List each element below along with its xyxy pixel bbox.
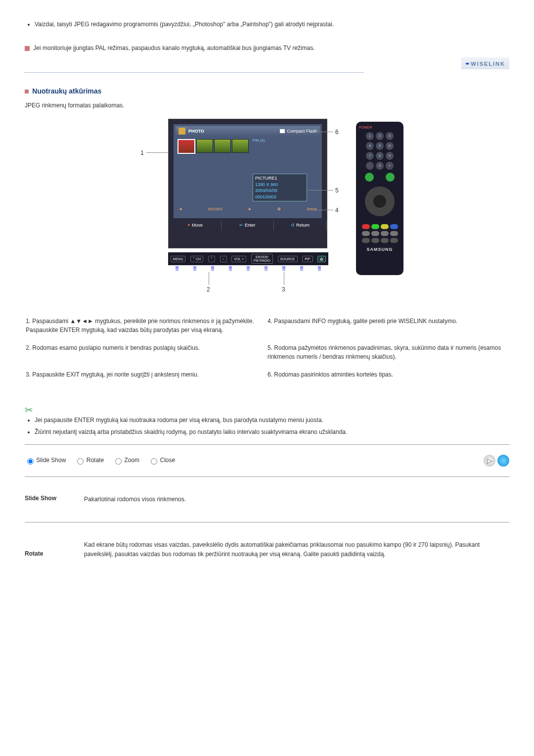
callout-6: 6 [335,129,339,136]
callout-line [317,210,333,210]
thumbnail [214,139,231,153]
instruction-cell: 3. Paspauskite EXIT mygtuką, jei norite … [26,366,267,383]
card-label: Compact Flash [287,129,317,134]
page-counter: 001/003 [208,207,222,211]
tv-frame: PHOTO Compact Flash File (s) PICTURE1 12… [168,119,327,248]
power-button: ⏻ [317,256,326,262]
radio-input[interactable] [115,458,122,465]
list-item: Vaizdai, taisyti JPEG redagavimo program… [35,20,509,29]
remote-grey-row [359,231,400,236]
tv-button-row: MENU ˅ CH ˄ − VOL + ENTER/ FM RADIO SOUR… [168,252,328,265]
setup-bar: ◄ 001/003 ► ✿ Setup [176,205,320,212]
callout-4: 4 [335,207,339,214]
callout-line [316,132,333,132]
hint-return: Return [296,223,310,228]
callout-2: 2 [207,286,210,293]
info-count: 0001/0003 [255,194,305,200]
section-title: Nuotraukų atkūrimas [32,87,101,95]
callout-5: 5 [335,187,339,194]
vol-up-button: VOL + [231,256,246,262]
radio-zoom[interactable]: Zoom [113,457,139,465]
def-desc-rotate: Kad ekrane būtų rodomas visas vaizdas, p… [84,540,509,559]
callout-line [209,272,209,285]
radio-input[interactable] [77,458,84,465]
callout-line [146,152,168,153]
def-desc-slide: Pakartotinai rodomos visos rinkmenos. [84,495,509,504]
info-resolution: 1280 X 960 [255,182,305,188]
tick-row [168,266,328,271]
remote-control: POWER 123 456 789 -0+ SAMSUNG [356,122,403,275]
note-block: Jei monitoriuje įjungtas PAL režimas, pa… [25,44,509,52]
note-text: Jei monitoriuje įjungtas PAL režimas, pa… [33,45,314,51]
radio-input[interactable] [27,458,34,465]
divider [25,444,509,445]
radio-rotate[interactable]: Rotate [75,457,104,465]
setup-label: Setup [307,207,317,211]
instruction-table: 1. Paspausdami ▲▼◄► mygtukus, pereikite … [25,312,509,384]
section-heading: Nuotraukų atkūrimas [25,87,509,95]
thumbnail-row [178,139,249,154]
remote-dpad [365,187,395,216]
radio-row: Slide Show Rotate Zoom Close ▷ [25,453,509,469]
info-date: 2004/04/05 [255,188,305,194]
folder-icon [178,128,185,135]
thumbnail [178,139,195,154]
power-label: POWER [359,126,400,129]
remote-color-row [359,224,400,229]
list-item: Žiūrint nejudantį vaizdą arba pristabdži… [35,427,509,436]
callout-1: 1 [140,149,144,156]
top-bullet-list: Vaizdai, taisyti JPEG redagavimo program… [25,20,509,29]
menu-button: MENU [171,256,186,262]
ch-up-button: ˄ [208,256,215,262]
radio-label: Close [160,457,175,464]
card-icon [280,129,285,133]
radio-label: Rotate [87,457,104,464]
def-term-rotate: Rotate [25,540,74,559]
file-panel-label: File (s) [253,138,265,142]
source-button: SOURCE [278,256,298,262]
hint-enter: Enter [245,223,256,228]
scissors-icon: ✂ [25,404,33,416]
instruction-cell: 1. Paspausdami ▲▼◄► mygtukus, pereikite … [26,313,267,338]
definition-row: Rotate Kad ekrane būtų rodomas visas vai… [25,530,509,569]
list-item: Jei paspausite ENTER mygtuką kai nuotrau… [35,416,509,425]
radio-label: Zoom [124,457,139,464]
instruction-cell: 2. Rodomas esamo puslapio numeris ir ben… [26,339,267,365]
diagram: PHOTO Compact Flash File (s) PICTURE1 12… [119,119,415,297]
photo-label: PHOTO [188,129,280,134]
section-subtitle: JPEG rinkmenų formatas palaikomas. [25,102,509,109]
radio-slide-show[interactable]: Slide Show [25,457,66,465]
vol-down-button: − [220,256,227,262]
instruction-cell: 6. Rodomas pasirinktos atminties kortelė… [267,366,508,383]
divider [25,476,509,477]
prev-disc-button[interactable]: ▷ [484,455,495,467]
info-box: PICTURE1 1280 X 960 2004/04/05 0001/0003 [253,174,307,201]
note-icon [25,46,30,51]
definition-row: Slide Show Pakartotinai rodomos visos ri… [25,485,509,514]
radio-label: Slide Show [36,457,66,464]
callout-line [284,272,284,285]
bottom-bullet-list: Jei paspausite ENTER mygtuką kai nuotrau… [25,416,509,436]
thumbnail [196,139,213,153]
info-name: PICTURE1 [255,175,305,182]
divider [25,522,509,522]
logo-text: WISELINK [471,61,505,67]
next-disc-button[interactable] [497,455,509,467]
radio-close[interactable]: Close [148,457,175,465]
screen-top-bar: PHOTO Compact Flash [176,126,320,136]
remote-keypad: 123 456 789 -0+ [359,132,400,170]
enter-fm-button: ENTER/ FM RADIO [251,254,273,264]
radio-input[interactable] [151,458,157,465]
remote-side-button [365,173,374,182]
instruction-cell: 4. Paspausdami INFO mygtuką, galite pere… [267,313,508,338]
callout-3: 3 [282,286,285,293]
section-bullet-icon [25,90,29,94]
thumbnail [232,139,249,153]
logo-squares-icon: ▪▪ [465,59,468,67]
divider-dotted [25,72,364,73]
ch-down-button: ˅ CH [190,256,203,262]
remote-side-button [386,173,395,182]
remote-grey-row [359,238,400,243]
pip-button: PIP [302,256,312,262]
remote-brand: SAMSUNG [359,247,400,252]
